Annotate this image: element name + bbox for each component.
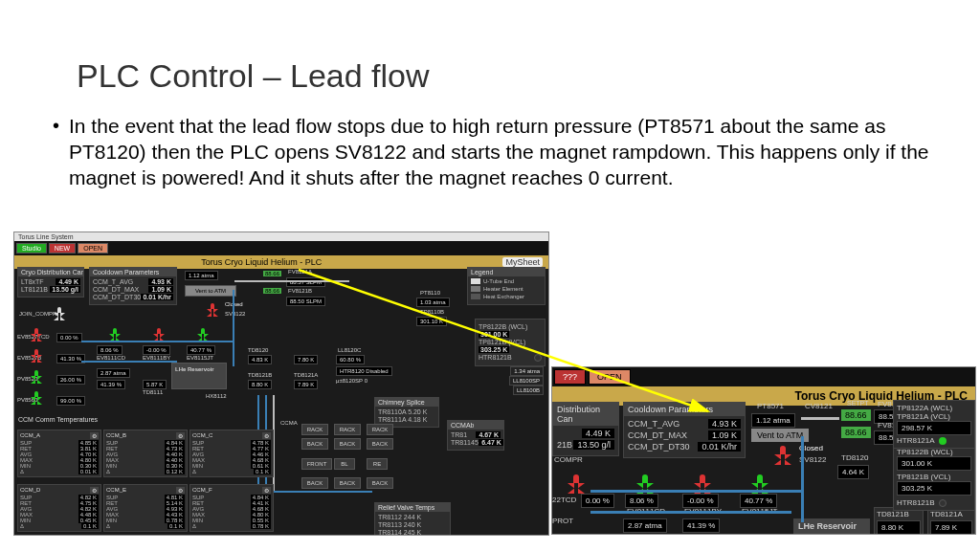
rack-box[interactable]: BACK [301,438,328,450]
valve-icon [28,328,45,342]
cooldown-panel: Cooldown Parameters CCM_T_AVG4.93 K CCM_… [89,267,177,305]
compr-label: COMPR [554,455,583,464]
readout: 40.77 % [740,494,777,508]
rack-box[interactable]: BACK [334,438,361,450]
front-box[interactable]: FRONT [301,458,332,470]
rack-box[interactable]: BACK [367,438,393,450]
legend-row: U-Tube End [471,278,542,284]
label: TD8121B [248,372,272,378]
lhe-reservoir: LHe Reservoir [793,518,870,535]
cooldown-panel: Cooldown Parameters CCM_T_AVG4.93 K CCM_… [623,402,746,458]
panel-header: CCMAb [448,421,503,430]
bl-box[interactable]: BL [334,458,355,470]
panel-header: Cooldown Parameters [90,268,176,276]
readout: 26.00 % [56,375,85,385]
label: FV8121A [288,269,312,275]
readout: 60.80 % [336,355,365,364]
tp-stack-a: TP8122A (WCL) TP8121A (VCL) 298.57 K HTR… [893,400,975,449]
cv8121-label: CV8121 [805,402,833,410]
legend-row: Heater Element [471,286,542,292]
setpt-label: SETPT [847,400,869,407]
slide-title: PLC Control – Lead flow [77,57,430,95]
readout: 1.34 atma [510,366,544,376]
cryo-dist-panel: Cryo Distribution Can LT8xTF4.49 K LT812… [17,267,84,298]
valve-icon [28,349,45,363]
label: LL8120C [338,347,361,353]
app-title: Torus Cryo Liquid Helium - PLC [201,257,322,267]
readout: 88.57 SLPM [286,277,325,287]
legend-row: Heat Exchanger [471,294,542,299]
vent-button[interactable]: Vent to ATM [185,285,236,297]
readout: 8.80 K [248,380,272,389]
rack-box[interactable]: BACK [367,477,393,489]
ccm-card: CCM_E⚙SUP4.81 KRET5.14 KAVG4.93 KMAX4.43… [103,484,188,532]
ccm-card: CCM_C⚙SUP4.78 KRET4.77 KAVG4.46 KMAX4.68… [189,430,274,477]
ccm-card: CCM_B⚙SUP4.84 KRET4.73 KAVG4.40 KMAX4.40… [103,430,188,477]
label: HX8112 [206,393,227,399]
valve-icon [194,328,212,342]
readout: -0.00 % [143,345,170,355]
readout: 40.77 % [187,345,215,355]
tp-panel: TP8122B (WCL)301.00 K TP8121B (VCL)303.2… [475,319,546,366]
new-button[interactable]: NEW [49,243,76,253]
screenshot-zoom: ??? OPEN Torus Cryo Liquid Helium - PLC … [551,366,976,535]
panel-header: Relief Valve Temps [375,503,450,512]
label: μ±8120SP 0 [336,378,368,384]
readout: 8.06 % [97,345,122,355]
bullet-text: In the event that the lead flow stops du… [69,113,942,190]
readout: 0.00 % [581,494,614,508]
rack-box[interactable]: RACK [301,424,328,435]
screenshot-full: Torus Line System Studio NEW OPEN Torus … [13,231,549,536]
red-button[interactable]: ??? [554,369,586,385]
valve-icon [564,474,589,494]
readout: 7.89 K [294,380,318,389]
td8121a-panel: TD8121A 7.89 K [927,507,975,535]
valve-icon [28,391,45,405]
readout: HTR8120 Disabled [336,366,392,376]
setpoint-value: 88.66 [263,271,281,276]
rack-box[interactable]: RACK [334,424,361,435]
relief-panel: Relief Valve Temps TR8112 244 K TR8113 2… [374,502,451,536]
lhe-reservoir: LHe Reservoir [171,363,227,389]
bullet-row: • In the event that the lead flow stops … [53,113,942,190]
ccm-card: CCM_A⚙SUP4.85 KRET3.81 KAVG4.70 KMAX4.80… [17,430,101,477]
readout: 88.50 SLPM [286,297,325,306]
studio-button[interactable]: Studio [16,243,47,253]
readout: -0.00 % [682,494,719,508]
valve-icon [51,307,68,320]
pt8571-readout: 1.12 atma [185,271,218,280]
panel-header: Distribution Can [553,403,618,426]
pt8571-label: PT8571 [757,402,784,410]
sv8122-label: SV8122 [225,311,245,317]
toolbar: Studio NEW OPEN [14,241,548,255]
tp-stack: TP8122B (WCL) 301.00 K TP8121B (VCL) 303… [893,444,975,511]
readout: 7.80 K [294,355,318,364]
pt8571-readout: 1.12 atma [751,413,795,428]
readout: 4.83 K [248,355,272,364]
open-button[interactable]: OPEN [589,369,631,385]
rack-box[interactable]: BACK [301,477,328,489]
open-button[interactable]: OPEN [78,243,108,253]
readout: 1.03 atma [416,298,450,307]
td8121b-panel: TD8121B 8.80 K [874,507,924,535]
toolbar: ??? OPEN [552,367,975,386]
ccm-header: CCM Comm Temperatures [18,416,98,423]
readout: LL8100B [513,386,544,395]
label: PT8110 [420,290,440,296]
readout: 301.10 K [416,317,447,326]
label: PROT [552,517,573,525]
rack-box[interactable]: BACK [334,477,361,489]
rack-box[interactable]: RACK [367,424,393,435]
label: LHe Reservoir [175,366,214,372]
valve-sv8122-icon [204,303,221,317]
readout: 2.87 atma [97,368,130,378]
panel-header: Legend [468,268,545,276]
mysheet-button[interactable]: MySheet [502,257,543,267]
dist-panel: Distribution Can 4.49 K 21B13.50 g/l [552,402,619,456]
re-box[interactable]: RE [367,458,388,470]
panel-header: Cooldown Parameters [624,403,745,416]
kv-row: LT8xTF4.49 K [21,278,80,285]
ccm-card: CCM_F⚙SUP4.84 KRET4.41 KAVG4.68 KMAX4.80… [189,484,274,532]
label: TD8111 [143,389,163,395]
label: TD8121A [294,372,318,378]
